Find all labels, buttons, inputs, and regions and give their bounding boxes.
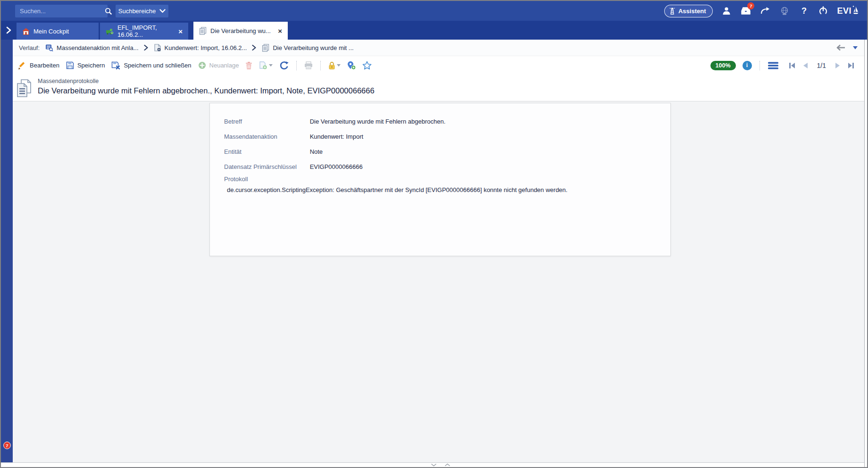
- tab-die-verarbeitung[interactable]: Die Verarbeitung wu... ×: [193, 22, 288, 40]
- copy-record-icon: [259, 61, 267, 70]
- toolbar-separator: [296, 61, 297, 70]
- redo-arrow-icon[interactable]: [760, 5, 771, 17]
- save-label: Speichern: [77, 62, 105, 69]
- search-box[interactable]: [15, 5, 108, 17]
- breadcrumb-item-massendatenaktion[interactable]: Massendatenaktion mit Anla...: [45, 44, 138, 51]
- nav-first-icon[interactable]: [788, 62, 796, 69]
- chevron-right-icon: [252, 45, 256, 50]
- history-row: Verlauf: Massendatenaktion mit Anla... K…: [1, 40, 864, 56]
- sailboat-icon: [852, 5, 860, 15]
- import-record-icon: [154, 44, 161, 52]
- field-row-protokoll: Protokoll: [224, 175, 308, 184]
- content-area: Betreff Die Verarbeitung wurde mit Fehle…: [1, 101, 864, 462]
- save-and-close-button[interactable]: Speichern und schließen: [111, 61, 191, 70]
- tab-mein-cockpit[interactable]: Mein Cockpit: [17, 23, 99, 40]
- search-scope-button[interactable]: Suchbereiche: [116, 5, 168, 17]
- field-value[interactable]: EVIGP0000066666: [310, 163, 363, 170]
- nav-next-icon[interactable]: [835, 62, 841, 69]
- bottom-splitter[interactable]: [1, 462, 867, 467]
- breadcrumb-item-kundenwert-import[interactable]: Kundenwert: Import, 16.06.2...: [154, 44, 247, 52]
- assistant-label: Assistent: [678, 8, 706, 15]
- save-and-close-label: Speichern und schließen: [124, 62, 191, 69]
- power-icon[interactable]: [818, 5, 829, 17]
- chevron-down-icon: [159, 9, 166, 13]
- field-row-massendatenaktion: Massendatenaktion Kundenwert: Import: [224, 133, 363, 141]
- edit-button[interactable]: Bearbeiten: [18, 61, 59, 70]
- collapsed-sidebar[interactable]: 7: [1, 40, 13, 462]
- protocol-doc-icon: [262, 44, 269, 52]
- info-icon[interactable]: i: [743, 61, 752, 70]
- save-icon: [66, 61, 74, 69]
- refresh-button[interactable]: [279, 61, 289, 70]
- pager-label: 1/1: [815, 62, 828, 69]
- history-dropdown-icon[interactable]: [853, 46, 858, 50]
- field-value[interactable]: Kundenwert: Import: [310, 133, 363, 140]
- field-label: Betreff: [224, 117, 308, 126]
- edit-label: Bearbeiten: [30, 62, 59, 69]
- tab-efl-import[interactable]: EFL_IMPORT, 16.06.2... ×: [100, 23, 188, 40]
- inbox-button[interactable]: 7: [740, 5, 751, 17]
- right-gutter: [864, 40, 867, 467]
- close-icon[interactable]: ×: [178, 28, 183, 35]
- favorite-star-icon[interactable]: [362, 61, 372, 70]
- history-back-icon[interactable]: [836, 44, 845, 51]
- field-row-primaerschluessel: Datensatz Primärschlüssel EVIGP000006666…: [224, 163, 363, 171]
- save-close-icon: [111, 61, 120, 70]
- globe-icon: [779, 5, 790, 17]
- collapse-up-icon[interactable]: [444, 463, 451, 467]
- close-icon[interactable]: ×: [278, 27, 282, 34]
- collapse-down-icon[interactable]: [431, 463, 437, 467]
- lock-button[interactable]: [328, 61, 341, 70]
- sidebar-expand-button[interactable]: [1, 21, 17, 40]
- tab-bar: Mein Cockpit EFL_IMPORT, 16.06.2... × Di…: [1, 21, 867, 40]
- inbox-notification-badge: 7: [747, 2, 754, 9]
- toolbar-separator: [760, 61, 760, 70]
- home-icon: [22, 28, 30, 35]
- search-scope-label: Suchbereiche: [118, 8, 156, 15]
- brand-text: EVI: [837, 6, 851, 16]
- new-record-button: Neuanlage: [198, 61, 239, 69]
- breadcrumb-label: Massendatenaktion mit Anla...: [57, 44, 138, 51]
- history-prefix: Verlauf:: [19, 44, 40, 51]
- assistant-button[interactable]: Assistent: [664, 5, 713, 17]
- delete-trash-icon: [245, 61, 252, 70]
- search-input[interactable]: [15, 8, 105, 15]
- lighthouse-icon: [669, 7, 675, 15]
- breadcrumb-item-die-verarbeitung[interactable]: Die Verarbeitung wurde mit ...: [262, 44, 353, 52]
- menu-icon[interactable]: [768, 61, 779, 70]
- app-window: Suchbereiche Assistent 7: [0, 0, 868, 468]
- record-header: Massendatenprotokolle Die Verarbeitung w…: [1, 75, 864, 101]
- nav-last-icon[interactable]: [847, 62, 855, 69]
- field-label: Massendatenaktion: [224, 133, 308, 141]
- zoom-badge[interactable]: 100%: [710, 61, 736, 70]
- edit-pencil-icon: [18, 61, 26, 70]
- field-value[interactable]: Note: [310, 148, 323, 155]
- lock-dropdown-icon[interactable]: [337, 64, 341, 67]
- sidebar-badge: 7: [3, 442, 11, 449]
- field-row-betreff: Betreff Die Verarbeitung wurde mit Fehle…: [224, 117, 445, 126]
- save-button[interactable]: Speichern: [66, 61, 105, 69]
- new-record-label: Neuanlage: [209, 62, 239, 69]
- mass-data-action-icon: [45, 44, 53, 51]
- copy-dropdown-icon: [269, 64, 273, 67]
- field-row-entitaet: Entität Note: [224, 148, 323, 156]
- record-entity-label: Massendatenprotokolle: [38, 78, 99, 84]
- import-icon: [106, 28, 114, 35]
- protokoll-text[interactable]: de.cursor.exception.ScriptingException: …: [227, 186, 568, 193]
- user-button[interactable]: [721, 5, 732, 17]
- page-title: Die Verarbeitung wurde mit Fehlern abgeb…: [38, 86, 375, 95]
- field-label: Protokoll: [224, 175, 308, 184]
- new-plus-icon: [198, 61, 206, 69]
- field-value[interactable]: Die Verarbeitung wurde mit Fehlern abgeb…: [310, 118, 446, 125]
- pin-add-button[interactable]: [347, 61, 356, 70]
- chevron-right-icon: [144, 45, 148, 50]
- lock-icon: [328, 61, 335, 70]
- nav-prev-icon[interactable]: [802, 62, 809, 69]
- record-type-icon: [17, 79, 32, 98]
- tab-label: Mein Cockpit: [33, 28, 69, 35]
- search-icon[interactable]: [105, 8, 112, 15]
- copy-record-button: [259, 61, 273, 70]
- brand-logo: EVI: [837, 6, 860, 16]
- help-icon[interactable]: ?: [798, 5, 810, 17]
- tab-label: EFL_IMPORT, 16.06.2...: [117, 24, 175, 38]
